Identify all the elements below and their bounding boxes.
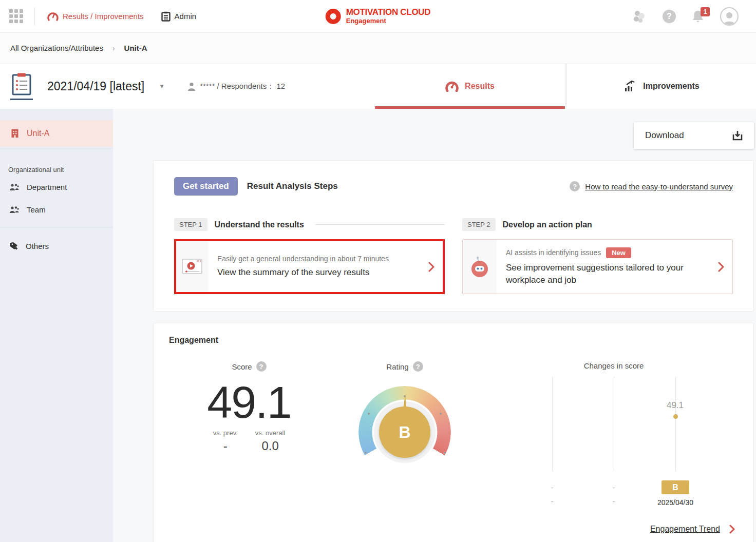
respondents-label: ***** / Respondents： 12: [200, 82, 285, 91]
chart-gridline: [614, 376, 614, 471]
step2-card-title: See improvement suggestions tailored to …: [506, 262, 709, 286]
chart-rating-badge: B: [662, 480, 689, 494]
chevron-right-icon: [729, 525, 735, 534]
tab-improvements-label: Improvements: [643, 82, 699, 91]
help-icon: [570, 181, 580, 191]
building-icon: [10, 129, 20, 138]
respondents-info: ***** / Respondents： 12: [187, 82, 285, 91]
chart-title: Changes in score: [489, 361, 738, 370]
improvement-suggestions-card[interactable]: AI assists in identifying issues New See…: [462, 239, 733, 294]
people-icon: [9, 206, 20, 214]
step1-badge: STEP 1: [174, 218, 207, 231]
empty-rating: -: [551, 480, 554, 494]
score-help-icon[interactable]: [256, 361, 267, 372]
vs-prev-value: -: [213, 439, 238, 453]
sidebar-item-others[interactable]: Others: [0, 235, 113, 257]
logo-subtitle: Engagement: [346, 17, 431, 25]
app-grid-icon[interactable]: [9, 9, 23, 23]
step2-title: Develop an action plan: [503, 220, 592, 229]
vs-prev-label: vs. prev.: [213, 429, 238, 437]
step1-card-subtitle: Easily get a general understanding in ab…: [217, 255, 419, 263]
app-logo: MOTIVATION CLOUD Engagement: [326, 8, 431, 25]
clipboard-icon: [161, 11, 171, 22]
download-button-label: Download: [645, 130, 684, 141]
chart-column-1: - -: [521, 376, 583, 518]
people-icon: [9, 183, 20, 191]
rating-help-icon[interactable]: [413, 361, 423, 372]
step1-card-title: View the summary of the survey results: [217, 266, 419, 279]
chevron-right-icon: [428, 241, 443, 292]
step2-badge: STEP 2: [462, 218, 496, 231]
changes-in-score-chart: Changes in score - - -: [489, 361, 738, 518]
step2-card-subtitle: AI assists in identifying issues: [506, 248, 601, 257]
avatar[interactable]: [720, 7, 739, 26]
sidebar-item-department[interactable]: Department: [0, 176, 113, 198]
vs-overall-label: vs. overall: [255, 429, 286, 437]
notifications-button[interactable]: 1: [691, 9, 705, 24]
chart-gridline: [552, 376, 553, 471]
score-section: Score 49.1 vs. prev. - vs. overall 0.0: [172, 361, 326, 518]
sidebar-group-label: Organizational unit: [8, 166, 113, 173]
chart-gridline: 49.1: [675, 376, 676, 471]
tab-results[interactable]: Results: [375, 64, 565, 109]
result-analysis-card: Get started Result Analysis Steps How to…: [153, 160, 754, 312]
chevron-right-icon: [718, 240, 732, 294]
chart-column-2: - -: [583, 376, 645, 518]
breadcrumb-parent[interactable]: All Organizations/Attributes: [10, 44, 103, 52]
robot-icon: [463, 240, 497, 294]
vs-overall-value: 0.0: [255, 439, 286, 453]
empty-rating: -: [613, 480, 615, 494]
survey-date-select[interactable]: 2021/04/19 [latest]: [47, 80, 144, 93]
score-label: Score: [232, 362, 252, 371]
chevron-right-icon: ›: [112, 44, 115, 52]
app-header: Results / Improvements Admin MOTIVATION …: [0, 0, 756, 33]
help-icon[interactable]: [663, 10, 676, 23]
survey-icon-underline: [10, 99, 33, 100]
download-button[interactable]: Download: [634, 122, 754, 149]
survey-bar: 2021/04/19 [latest] ▼ ***** / Respondent…: [0, 64, 756, 109]
sidebar-divider: [0, 148, 113, 148]
view-summary-card[interactable]: Easily get a general understanding in ab…: [174, 239, 445, 294]
score-value: 49.1: [172, 379, 326, 426]
person-icon: [187, 82, 196, 91]
rating-label: Rating: [386, 362, 408, 371]
rating-value-badge: B: [379, 407, 430, 458]
sidebar-item-unit-a[interactable]: Unit-A: [0, 120, 113, 147]
sidebar-item-others-label: Others: [26, 242, 49, 250]
breadcrumb-current: Unit-A: [124, 44, 147, 52]
step-divider-line: [315, 224, 445, 225]
sidebar-item-department-label: Department: [27, 183, 67, 191]
nav-results-improvements[interactable]: Results / Improvements: [47, 12, 144, 21]
chart-column-3: 49.1 B 2025/04/30: [645, 376, 706, 518]
logo-ring-icon: [326, 9, 341, 24]
sidebar-divider: [0, 227, 113, 227]
nav-admin[interactable]: Admin: [161, 11, 197, 22]
nav-admin-label: Admin: [175, 12, 197, 21]
chevron-down-icon[interactable]: ▼: [159, 83, 165, 90]
logo-title: MOTIVATION CLOUD: [346, 8, 431, 17]
data-point-label: 49.1: [660, 400, 691, 411]
apps-cluster-icon[interactable]: [632, 9, 647, 24]
survey-clipboard-icon: [10, 72, 33, 100]
result-analysis-title: Result Analysis Steps: [247, 181, 338, 191]
main-content: Download Get started Result Analysis Ste…: [113, 109, 756, 542]
chart-date-label: 2025/04/30: [657, 498, 693, 507]
video-icon: [176, 241, 208, 292]
gauge-icon: [47, 12, 59, 21]
step1-title: Understand the results: [215, 220, 304, 229]
engagement-title: Engagement: [169, 336, 738, 345]
tab-results-label: Results: [465, 82, 495, 91]
download-icon: [731, 129, 744, 142]
header-divider: [34, 8, 35, 25]
sidebar-item-team[interactable]: Team: [0, 198, 113, 221]
rating-section: Rating B: [341, 361, 469, 518]
rating-gauge: B: [357, 386, 452, 467]
empty-date: -: [613, 494, 615, 508]
new-badge: New: [606, 247, 631, 258]
improvements-chart-icon: [623, 80, 637, 92]
engagement-trend-link[interactable]: Engagement Trend: [650, 525, 720, 534]
tab-improvements[interactable]: Improvements: [567, 64, 756, 109]
breadcrumb: All Organizations/Attributes › Unit-A: [0, 33, 756, 64]
how-to-read-link[interactable]: How to read the easy-to-understand surve…: [585, 182, 733, 191]
nav-results-improvements-label: Results / Improvements: [63, 12, 144, 21]
